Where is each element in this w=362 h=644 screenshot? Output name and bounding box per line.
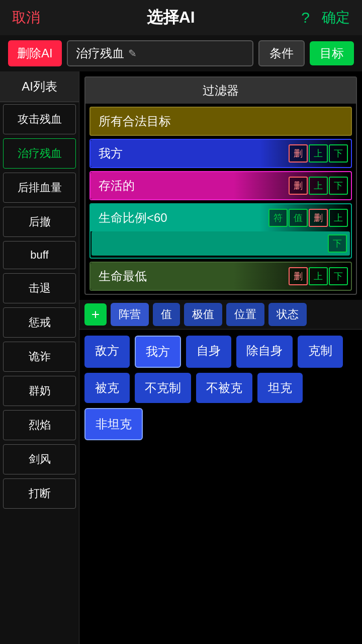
filter-up-wo[interactable]: 上 xyxy=(309,144,328,163)
tab-name-label: 治疗残血 xyxy=(76,45,124,61)
edit-icon: ✎ xyxy=(128,47,137,59)
filter-delete-sheng-low[interactable]: 删 xyxy=(289,267,308,285)
filter-down-sheng60[interactable]: 下 xyxy=(328,234,347,253)
filter-buttons-wo: 删 上 下 xyxy=(289,144,348,163)
opt-kezhi[interactable]: 克制 xyxy=(298,336,343,368)
sidebar-item-4[interactable]: buff xyxy=(3,241,76,269)
opt-zishen[interactable]: 自身 xyxy=(186,336,231,368)
filter-row-all: 所有合法目标 xyxy=(89,107,352,136)
filter-sheng60-bar: 下 xyxy=(92,231,350,256)
sidebar-item-11[interactable]: 打断 xyxy=(3,478,76,509)
btab-weizhi[interactable]: 位置 xyxy=(226,303,264,326)
filter-delete-sheng60[interactable]: 删 xyxy=(309,209,328,227)
filter-row-wo: 我方 删 上 下 xyxy=(89,139,352,168)
confirm-button[interactable]: 确定 xyxy=(322,8,350,27)
sidebar-item-8[interactable]: 群奶 xyxy=(3,376,76,406)
filter-label-sheng-low: 生命最低 xyxy=(90,268,289,284)
filter-buttons-cun: 删 上 下 xyxy=(289,177,348,195)
filter-down-wo[interactable]: 下 xyxy=(329,144,348,163)
filter-title: 过滤器 xyxy=(85,77,356,104)
opt-beike[interactable]: 被克 xyxy=(84,373,130,403)
tab-name[interactable]: 治疗残血 ✎ xyxy=(67,40,253,66)
main-layout: AI列表 攻击残血 治疗残血 后排血量 后撤 buff 击退 惩戒 诡诈 群奶 … xyxy=(0,71,362,644)
sidebar-item-3[interactable]: 后撤 xyxy=(3,207,76,237)
filter-section: 过滤器 所有合法目标 我方 删 上 下 存活的 删 xyxy=(84,76,357,295)
filter-down-sheng-low[interactable]: 下 xyxy=(329,267,348,285)
filter-down-cun[interactable]: 下 xyxy=(329,177,348,195)
filter-label-all: 所有合法目标 xyxy=(90,113,351,129)
filter-zhi-sheng60[interactable]: 值 xyxy=(289,209,308,227)
filter-label-cun: 存活的 xyxy=(90,178,289,194)
filter-delete-cun[interactable]: 删 xyxy=(289,177,308,195)
sub-header: 删除AI 治疗残血 ✎ 条件 目标 xyxy=(0,35,362,71)
tab-target[interactable]: 目标 xyxy=(310,41,354,65)
page-title: 选择AI xyxy=(40,7,301,29)
filter-row-sheng-low: 生命最低 删 上 下 xyxy=(89,262,352,291)
filter-up-sheng60[interactable]: 上 xyxy=(329,209,348,227)
filter-delete-wo[interactable]: 删 xyxy=(289,144,308,163)
right-panel: 过滤器 所有合法目标 我方 删 上 下 存活的 删 xyxy=(79,71,362,644)
sidebar-item-9[interactable]: 烈焰 xyxy=(3,410,76,440)
tab-condition[interactable]: 条件 xyxy=(258,40,305,66)
sidebar-item-6[interactable]: 惩戒 xyxy=(3,307,76,338)
filter-up-sheng-low[interactable]: 上 xyxy=(309,267,328,285)
filter-label-sheng60: 生命比例<60 xyxy=(90,210,268,226)
cancel-button[interactable]: 取消 xyxy=(12,8,40,27)
opt-feitanke[interactable]: 非坦克 xyxy=(84,408,143,440)
filter-fu-sheng60[interactable]: 符 xyxy=(268,209,288,227)
options-grid: 敌方 我方 自身 除自身 克制 被克 不克制 不被克 坦克 非坦克 xyxy=(79,330,362,446)
sidebar-header: AI列表 xyxy=(0,71,79,102)
sidebar-item-2[interactable]: 后排血量 xyxy=(3,173,76,203)
delete-ai-button[interactable]: 删除AI xyxy=(8,40,62,66)
sidebar-item-7[interactable]: 诡诈 xyxy=(3,342,76,372)
opt-tanke[interactable]: 坦克 xyxy=(257,373,303,403)
btab-zhuangtai[interactable]: 状态 xyxy=(268,303,307,326)
opt-difang[interactable]: 敌方 xyxy=(84,336,130,368)
opt-chuzishen[interactable]: 除自身 xyxy=(236,336,293,368)
header: 取消 选择AI ? 确定 xyxy=(0,0,362,35)
help-button[interactable]: ? xyxy=(301,9,310,26)
filter-buttons-sheng-low: 删 上 下 xyxy=(289,267,348,285)
sidebar-item-5[interactable]: 击退 xyxy=(3,273,76,303)
add-filter-button[interactable]: + xyxy=(84,303,107,326)
filter-row-sheng60: 生命比例<60 符 值 删 上 下 xyxy=(89,203,352,259)
opt-bukezhi[interactable]: 不克制 xyxy=(135,373,191,403)
btab-zhaying[interactable]: 阵营 xyxy=(111,303,149,326)
sidebar-item-1[interactable]: 治疗残血 xyxy=(3,138,76,169)
filter-up-cun[interactable]: 上 xyxy=(309,177,328,195)
opt-wofang[interactable]: 我方 xyxy=(135,336,181,368)
opt-bubeike[interactable]: 不被克 xyxy=(196,373,252,403)
filter-label-wo: 我方 xyxy=(90,145,289,162)
btab-jizhi[interactable]: 极值 xyxy=(184,303,222,326)
sidebar: AI列表 攻击残血 治疗残血 后排血量 后撤 buff 击退 惩戒 诡诈 群奶 … xyxy=(0,71,79,644)
sidebar-item-0[interactable]: 攻击残血 xyxy=(3,104,76,134)
filter-row-cun: 存活的 删 上 下 xyxy=(89,171,352,200)
sidebar-item-10[interactable]: 剑风 xyxy=(3,444,76,474)
btab-zhi[interactable]: 值 xyxy=(153,303,180,326)
bottom-tabs: + 阵营 值 极值 位置 状态 xyxy=(79,300,362,330)
